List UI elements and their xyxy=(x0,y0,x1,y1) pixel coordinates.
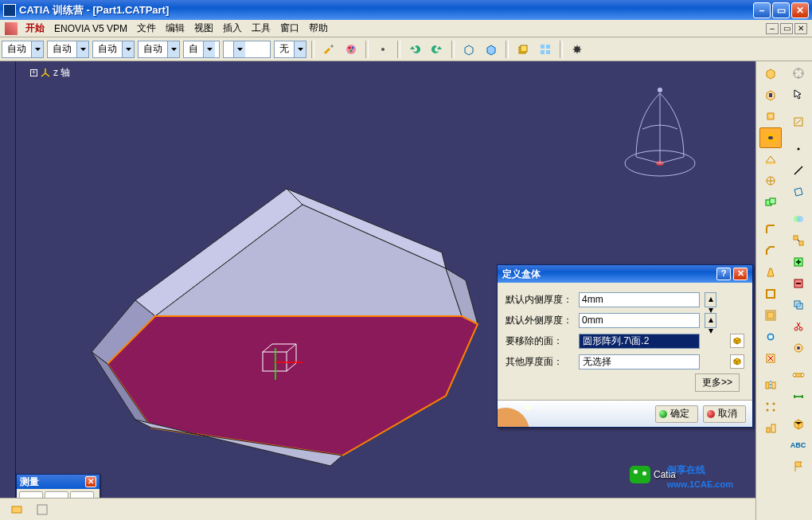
combo-6[interactable] xyxy=(223,41,271,58)
stiffener-icon[interactable] xyxy=(759,170,782,191)
solid-combine-icon[interactable] xyxy=(759,192,782,213)
svg-point-61 xyxy=(799,327,802,330)
palette-header[interactable]: 测量 ✕ xyxy=(17,475,100,489)
menu-help[interactable]: 帮助 xyxy=(304,22,333,35)
undo-icon[interactable] xyxy=(405,40,424,59)
hole-icon[interactable] xyxy=(759,127,782,148)
cancel-button[interactable]: 取消 xyxy=(703,405,746,423)
ok-button[interactable]: 确定 xyxy=(655,405,698,423)
spinner-inside-thickness[interactable]: ▴▾ xyxy=(705,292,716,307)
box1-icon[interactable] xyxy=(459,40,478,59)
combo-7[interactable]: 无 xyxy=(274,41,306,58)
flag-note-icon[interactable] xyxy=(787,456,810,477)
select-arrow-icon[interactable] xyxy=(787,84,810,105)
workbench-icon[interactable] xyxy=(787,63,810,84)
fillet-icon[interactable] xyxy=(759,219,782,240)
line-icon[interactable] xyxy=(787,160,810,181)
annotation-text-icon[interactable]: ABC xyxy=(787,435,810,455)
svg-point-13 xyxy=(658,88,662,92)
brush-icon[interactable] xyxy=(319,40,338,59)
intersect-icon[interactable] xyxy=(787,295,810,315)
combo-5[interactable]: 自 xyxy=(183,41,220,58)
close-button[interactable]: ✕ xyxy=(791,2,809,18)
sketch-icon[interactable] xyxy=(787,111,810,132)
cancel-dot-icon xyxy=(707,410,715,418)
dialog-decoration-icon xyxy=(498,400,539,427)
svg-rect-33 xyxy=(770,198,775,204)
dot-icon[interactable] xyxy=(373,40,392,59)
remove-lump-icon[interactable] xyxy=(787,338,810,358)
more-button[interactable]: 更多>> xyxy=(695,373,740,392)
combo-4[interactable]: 自动 xyxy=(138,41,180,58)
menu-view[interactable]: 视图 xyxy=(189,22,218,35)
menu-window[interactable]: 窗口 xyxy=(275,22,304,35)
menu-tools[interactable]: 工具 xyxy=(247,22,275,35)
point-icon[interactable] xyxy=(787,139,810,159)
star-icon[interactable] xyxy=(568,40,587,59)
input-outside-thickness[interactable] xyxy=(579,313,700,328)
constraint-icon[interactable] xyxy=(787,365,810,385)
svg-point-4 xyxy=(381,48,385,51)
palette-icon[interactable] xyxy=(342,40,361,59)
redo-icon[interactable] xyxy=(427,40,447,59)
mdi-minimize-button[interactable]: – xyxy=(766,23,779,34)
spinner-outside-thickness[interactable]: ▴▾ xyxy=(705,313,716,328)
assemble-icon[interactable] xyxy=(787,230,810,251)
minimize-button[interactable]: – xyxy=(753,2,771,18)
scaling-icon[interactable] xyxy=(759,418,782,439)
pattern-icon[interactable] xyxy=(759,397,782,417)
remove-icon[interactable] xyxy=(787,273,810,294)
bb-icon-1[interactable] xyxy=(6,500,27,519)
svg-rect-8 xyxy=(546,45,550,49)
compass-icon[interactable] xyxy=(612,77,708,181)
combo-3[interactable]: 自动 xyxy=(92,41,135,58)
dialog-help-button[interactable]: ? xyxy=(716,268,731,280)
menu-enovia[interactable]: ENOVIA V5 VPM xyxy=(49,23,132,34)
constraint-def-icon[interactable] xyxy=(787,386,810,407)
menu-insert[interactable]: 插入 xyxy=(218,22,247,35)
thickness-icon[interactable] xyxy=(759,305,782,326)
shell-icon[interactable] xyxy=(759,283,782,304)
pick-face-button-1[interactable] xyxy=(730,334,744,348)
pocket-icon[interactable] xyxy=(759,84,782,105)
palette-close-button[interactable]: ✕ xyxy=(85,476,96,487)
pad-icon[interactable] xyxy=(759,63,782,84)
tree-expand-icon[interactable]: + xyxy=(30,69,37,76)
thread-icon[interactable] xyxy=(759,326,782,347)
plane-icon[interactable] xyxy=(787,182,810,202)
chamfer-icon[interactable] xyxy=(759,240,782,261)
menu-start[interactable]: 开始 xyxy=(21,22,49,35)
part-3d-shape[interactable] xyxy=(48,157,525,475)
maximize-button[interactable]: ▭ xyxy=(772,2,790,18)
tree-node-z-axis[interactable]: + z 轴 xyxy=(30,66,70,80)
select-faces-to-remove[interactable]: 圆形阵列.7\面.2 xyxy=(579,334,700,349)
bb-icon-2[interactable] xyxy=(32,500,53,519)
dialog-header[interactable]: 定义盒体 ? ✕ xyxy=(498,265,752,283)
select-other-thickness-faces[interactable]: 无选择 xyxy=(579,354,700,369)
wechat-icon xyxy=(630,466,650,483)
dialog-title: 定义盒体 xyxy=(502,268,541,281)
remove-face-icon[interactable] xyxy=(759,348,782,369)
rib-icon[interactable] xyxy=(759,149,782,170)
menu-file[interactable]: 文件 xyxy=(132,22,161,35)
grid-icon[interactable] xyxy=(536,40,555,59)
trim-icon[interactable] xyxy=(787,316,810,337)
mdi-close-button[interactable]: ✕ xyxy=(794,23,807,34)
mirror-icon[interactable] xyxy=(759,375,782,396)
svg-rect-46 xyxy=(767,428,770,432)
svg-rect-67 xyxy=(12,506,21,513)
combo-2[interactable]: 自动 xyxy=(47,41,89,58)
block-icon[interactable] xyxy=(513,40,533,59)
draft-icon[interactable] xyxy=(759,262,782,283)
box-feature-icon[interactable] xyxy=(787,413,810,434)
input-inside-thickness[interactable] xyxy=(579,292,700,307)
menu-edit[interactable]: 编辑 xyxy=(161,22,189,35)
boolean-icon[interactable] xyxy=(787,209,810,229)
combo-1[interactable]: 自动 xyxy=(2,41,44,58)
add-icon[interactable] xyxy=(787,252,810,272)
dialog-close-button[interactable]: ✕ xyxy=(733,268,748,280)
box2-icon[interactable] xyxy=(482,40,501,59)
pick-face-button-2[interactable] xyxy=(730,354,744,369)
mdi-restore-button[interactable]: ▭ xyxy=(780,23,793,34)
shaft-icon[interactable] xyxy=(759,106,782,127)
